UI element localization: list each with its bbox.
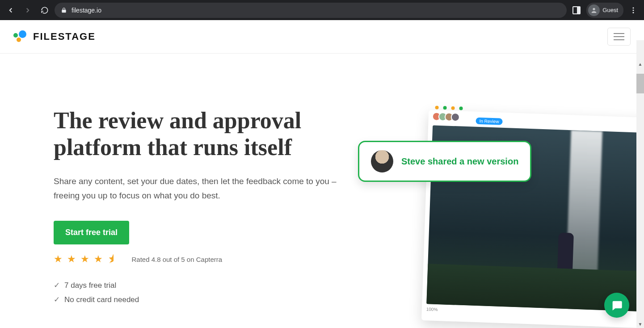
kebab-menu[interactable] xyxy=(626,3,640,17)
chat-button[interactable] xyxy=(604,293,629,318)
page-viewport: FILESTAGE The review and approval platfo… xyxy=(0,20,644,328)
avatar xyxy=(371,150,393,172)
svg-point-2 xyxy=(633,9,634,11)
address-bar[interactable]: filestage.io xyxy=(55,3,567,18)
forward-button[interactable] xyxy=(21,3,35,17)
scroll-down-button[interactable]: ▼ xyxy=(636,320,644,328)
svg-point-0 xyxy=(593,8,595,10)
check-item: ✓No credit card needed xyxy=(54,293,366,307)
hero-illustration: Steve shared a new version In Review 100… xyxy=(425,114,644,324)
scrollbar-thumb[interactable] xyxy=(636,74,644,93)
svg-point-3 xyxy=(633,12,634,13)
site-header: FILESTAGE xyxy=(0,20,644,54)
brand-logo[interactable]: FILESTAGE xyxy=(13,30,96,43)
scrollbar-track[interactable]: ▲ ▼ xyxy=(636,40,644,328)
hero-heading: The review and approval platform that ru… xyxy=(54,107,366,161)
scroll-up-button[interactable]: ▲ xyxy=(636,60,644,68)
person-icon xyxy=(588,4,600,16)
check-icon: ✓ xyxy=(54,281,60,290)
reload-button[interactable] xyxy=(38,3,52,17)
rating-text: Rated 4.8 out of 5 on Capterra xyxy=(131,256,222,263)
url-text: filestage.io xyxy=(72,7,101,14)
rating-stars: ★ ★ ★ ★ ⯨ xyxy=(54,253,118,265)
chat-icon xyxy=(610,299,623,311)
browser-toolbar: filestage.io Guest xyxy=(0,0,644,20)
menu-toggle[interactable] xyxy=(607,28,631,46)
profile-badge[interactable]: Guest xyxy=(586,3,623,18)
panel-toggle[interactable] xyxy=(569,3,584,17)
svg-point-1 xyxy=(633,7,634,8)
check-icon: ✓ xyxy=(54,295,60,304)
hero-subheading: Share any content, set your due dates, t… xyxy=(54,174,349,203)
collaborator-avatars xyxy=(435,112,460,122)
toast-text: Steve shared a new version xyxy=(401,156,518,167)
check-item: ✓7 days free trial xyxy=(54,278,366,293)
check-label: 7 days free trial xyxy=(64,281,116,290)
status-badge: In Review xyxy=(476,118,502,125)
profile-label: Guest xyxy=(602,7,618,13)
start-free-trial-button[interactable]: Start free trial xyxy=(54,221,129,244)
back-button[interactable] xyxy=(4,3,18,17)
notification-toast: Steve shared a new version xyxy=(358,141,531,182)
check-label: No credit card needed xyxy=(64,295,139,304)
logo-dots-icon xyxy=(13,30,29,43)
lock-icon xyxy=(61,7,67,13)
brand-name: FILESTAGE xyxy=(33,31,96,42)
